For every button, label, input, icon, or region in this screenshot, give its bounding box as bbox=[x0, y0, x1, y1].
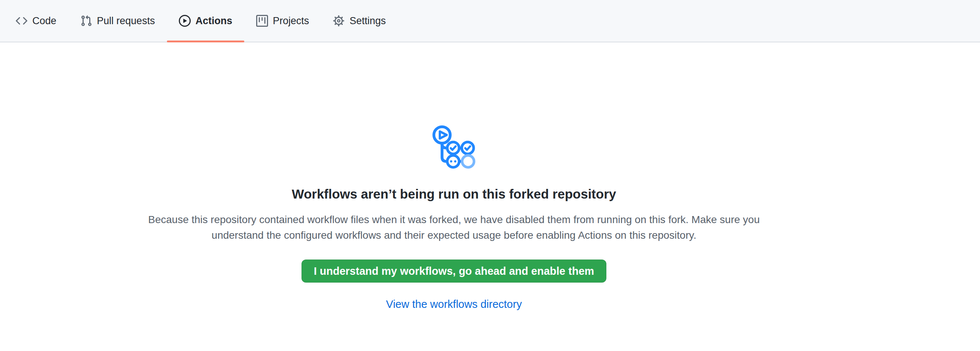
page-title: Workflows aren’t being run on this forke… bbox=[143, 186, 764, 202]
workflows-disabled-blankslate: Workflows aren’t being run on this forke… bbox=[143, 125, 764, 311]
enable-workflows-button[interactable]: I understand my workflows, go ahead and … bbox=[302, 259, 606, 283]
git-pull-request-icon bbox=[80, 15, 92, 27]
actions-disabled-page: Workflows aren’t being run on this forke… bbox=[0, 125, 980, 311]
tab-projects[interactable]: Projects bbox=[244, 0, 321, 42]
tab-pull-requests[interactable]: Pull requests bbox=[68, 0, 167, 42]
tab-label: Projects bbox=[273, 15, 309, 27]
tab-label: Actions bbox=[196, 15, 232, 27]
tab-label: Settings bbox=[350, 15, 386, 27]
play-circle-icon bbox=[179, 15, 191, 27]
gear-icon bbox=[333, 15, 345, 27]
code-icon bbox=[16, 15, 27, 27]
project-icon bbox=[256, 15, 268, 27]
workflow-illustration-icon bbox=[432, 125, 476, 170]
tab-code[interactable]: Code bbox=[4, 0, 68, 42]
tab-label: Code bbox=[32, 15, 57, 27]
view-workflows-directory-link[interactable]: View the workflows directory bbox=[143, 297, 764, 311]
tab-settings[interactable]: Settings bbox=[321, 0, 398, 42]
repo-tab-bar: Code Pull requests Actions Projects bbox=[0, 0, 980, 42]
page-description: Because this repository contained workfl… bbox=[143, 212, 764, 243]
tab-label: Pull requests bbox=[97, 15, 155, 27]
tab-actions[interactable]: Actions bbox=[167, 0, 244, 42]
